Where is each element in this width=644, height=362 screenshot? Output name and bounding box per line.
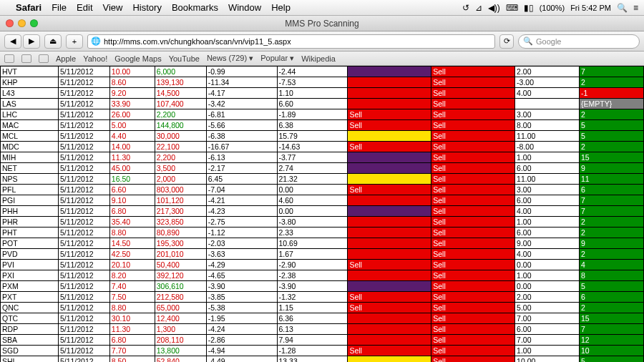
table-cell: -6.38 (206, 131, 277, 142)
table-cell: 45.00 (109, 163, 155, 174)
table-row[interactable]: PVI5/11/201220.1050,400-4.29-2.90SellSel… (1, 260, 644, 270)
table-cell: 5/11/2012 (58, 206, 109, 217)
table-cell: SGD (1, 346, 59, 356)
table-cell: PHT (1, 228, 59, 238)
table-cell: -3.90 (206, 281, 277, 292)
bookmarks-sidebar-icon[interactable] (4, 54, 14, 63)
table-row[interactable]: QTC5/11/201230.1012,400-1.956.36Sell7.00… (1, 313, 644, 324)
bookmark-news[interactable]: News (729) ▾ (207, 54, 253, 63)
reading-list-icon[interactable] (39, 54, 49, 63)
menu-view[interactable]: View (103, 2, 123, 13)
table-row[interactable]: SBA5/11/20126.80208,110-2.867.94Sell7.00… (1, 335, 644, 346)
table-row[interactable]: SHI5/11/20128.5052,840-4.4913.33Sell10.0… (1, 356, 644, 363)
bookmark-wikipedia[interactable]: Wikipedia (301, 54, 336, 63)
clock[interactable]: Fri 5:42 PM (570, 4, 611, 12)
table-row[interactable]: PXI5/11/20128.20392,120-4.65-2.38Sell1.0… (1, 270, 644, 281)
spotlight-icon[interactable]: 🔍 (617, 3, 628, 13)
search-field[interactable]: 🔍 Google (518, 34, 640, 49)
keyboard-icon[interactable]: ⌨ (506, 3, 518, 13)
table-row[interactable]: HVT5/11/201210.006,000-0.99-2.44Sell2.00… (1, 67, 644, 77)
table-row[interactable]: NET5/11/201245.003,500-2.172.74Sell6.009 (1, 163, 644, 174)
forward-button[interactable]: ▶ (23, 34, 40, 49)
table-row[interactable]: PXM5/11/20127.40306,610-3.90-3.90Sell0.0… (1, 281, 644, 292)
table-row[interactable]: PVD5/11/201242.50201,010-3.631.67Sell4.0… (1, 249, 644, 260)
table-cell: 1.00 (515, 270, 580, 281)
table-cell: 35.40 (109, 217, 155, 228)
table-row[interactable]: PFL5/11/20126.60803,000-7.040.00SellSell… (1, 185, 644, 195)
table-cell: Sell (431, 335, 515, 346)
menu-bookmarks[interactable]: Bookmarks (172, 2, 218, 13)
back-button[interactable]: ◀ (4, 34, 21, 49)
table-cell: 5/11/2012 (58, 346, 109, 356)
table-cell (348, 335, 431, 346)
table-row[interactable]: POT5/11/201214.50195,300-2.0310.69Sell9.… (1, 238, 644, 249)
table-cell: -7.04 (206, 185, 277, 195)
bookmark-youtube[interactable]: YouTube (169, 54, 200, 63)
volume-icon[interactable]: ◀)) (488, 3, 500, 13)
menu-window[interactable]: Window (228, 2, 261, 13)
table-row[interactable]: MAC5/11/20125.00144,800-5.666.38SellSell… (1, 120, 644, 131)
reload-button[interactable]: ⟳ (499, 34, 514, 49)
table-row[interactable]: KHP5/11/20128.60139,130-11.34-7.53Sell-3… (1, 77, 644, 88)
address-bar[interactable]: 🌐 http://mms.com.vn/chungkhoan/scan/vn/v… (87, 34, 495, 49)
table-cell: 107,400 (155, 99, 206, 109)
table-cell: LAS (1, 99, 59, 109)
table-cell: PXT (1, 292, 59, 303)
table-cell: Sell (431, 142, 515, 152)
table-row[interactable]: RDP5/11/201211.301,300-4.246.13Sell6.007 (1, 324, 644, 335)
battery-icon[interactable]: ▮▯ (524, 3, 534, 13)
sync-icon[interactable]: ↺ (462, 3, 469, 13)
table-cell: 217,300 (155, 206, 206, 217)
menu-extra-icon[interactable]: ≡ (633, 3, 638, 13)
table-row[interactable]: MCL5/11/20124.4030,000-6.3815.79Sell11.0… (1, 131, 644, 142)
table-cell: 8.80 (109, 228, 155, 238)
zoom-icon[interactable] (30, 19, 38, 27)
add-bookmark-button[interactable]: + (66, 34, 83, 49)
menu-help[interactable]: Help (271, 2, 291, 13)
table-row[interactable]: PHR5/11/201235.40323,850-2.75-3.80Sell1.… (1, 217, 644, 228)
table-cell: 5/11/2012 (58, 131, 109, 142)
table-cell (348, 313, 431, 324)
app-name[interactable]: Safari (16, 2, 42, 13)
table-row[interactable]: QNC5/11/20128.8065,000-5.381.15SellSell5… (1, 303, 644, 313)
menu-edit[interactable]: Edit (77, 2, 92, 13)
table-row[interactable]: LAS5/11/201233.90107,400-3.426.60Sell{EM… (1, 99, 644, 109)
table-cell: -3.63 (206, 249, 277, 260)
table-row[interactable]: MIH5/11/201211.302,200-6.13-3.77Sell1.00… (1, 152, 644, 163)
table-cell: 208,110 (155, 335, 206, 346)
table-row[interactable]: MDC5/11/201214.0022,100-16.67-14.63SellS… (1, 142, 644, 152)
table-cell: -3.85 (206, 292, 277, 303)
table-cell (515, 99, 580, 109)
table-cell: 4 (580, 260, 644, 270)
wifi-icon[interactable]: ⊿ (475, 3, 482, 13)
minimize-icon[interactable] (18, 19, 26, 27)
table-row[interactable]: LHC5/11/201226.002,200-6.81-1.89SellSell… (1, 109, 644, 120)
table-row[interactable]: PHH5/11/20126.80217,300-4.230.00Sell4.00… (1, 206, 644, 217)
table-cell: 6.00 (515, 195, 580, 206)
table-cell: -0.99 (206, 67, 277, 77)
bookmark-apple[interactable]: Apple (56, 54, 76, 63)
close-icon[interactable] (6, 19, 14, 27)
table-cell (348, 195, 431, 206)
table-cell: SBA (1, 335, 59, 346)
bookmark-maps[interactable]: Google Maps (114, 54, 161, 63)
table-row[interactable]: NPS5/11/201216.502,0006.4521.32Sell11.00… (1, 174, 644, 185)
table-row[interactable]: SGD5/11/20127.7013,800-4.94-1.28SellSell… (1, 346, 644, 356)
table-cell: 7.70 (109, 346, 155, 356)
table-cell: 2.33 (277, 228, 348, 238)
table-row[interactable]: PHT5/11/20128.8080,890-1.122.33Sell6.002 (1, 228, 644, 238)
table-row[interactable]: PXT5/11/20127.50212,580-3.85-1.32SellSel… (1, 292, 644, 303)
table-row[interactable]: L435/11/20129.2014,500-4.171.10Sell4.00-… (1, 88, 644, 99)
table-cell: -8.00 (515, 142, 580, 152)
table-cell: 1.10 (277, 88, 348, 99)
table-row[interactable]: PGI5/11/20129.10101,120-4.214.60Sell6.00… (1, 195, 644, 206)
menu-history[interactable]: History (132, 2, 161, 13)
table-cell: 30.10 (109, 313, 155, 324)
bookmark-popover-button[interactable]: ⏏ (44, 34, 62, 49)
table-cell: PVD (1, 249, 59, 260)
table-cell: 6.00 (515, 163, 580, 174)
bookmark-popular[interactable]: Popular ▾ (260, 54, 294, 63)
bookmark-yahoo[interactable]: Yahoo! (83, 54, 107, 63)
top-sites-icon[interactable] (21, 54, 31, 63)
menu-file[interactable]: File (52, 2, 67, 13)
